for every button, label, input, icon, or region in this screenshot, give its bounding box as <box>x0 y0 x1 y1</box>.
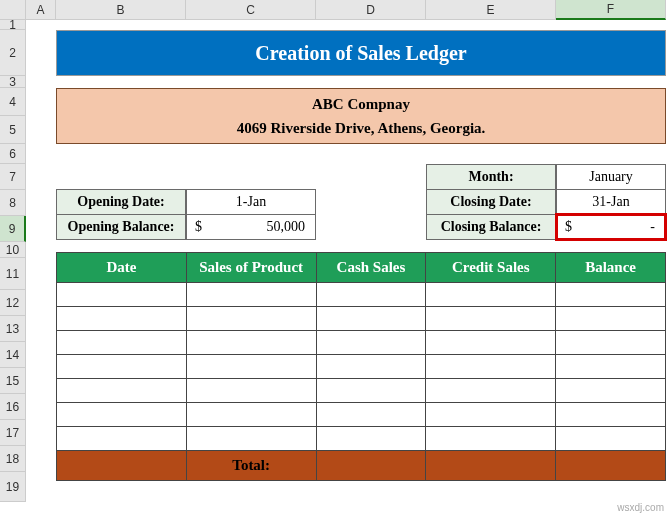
table-row <box>57 355 666 379</box>
closing-balance-value[interactable]: $ - <box>556 214 666 240</box>
table-cell[interactable] <box>426 307 556 331</box>
row-headers: 1 2 3 4 5 6 7 8 9 10 11 12 13 14 15 16 1… <box>0 20 26 502</box>
ledger-table: Date Sales of Product Cash Sales Credit … <box>56 252 666 481</box>
table-cell[interactable] <box>556 283 666 307</box>
month-value[interactable]: January <box>556 164 666 190</box>
row-header-3[interactable]: 3 <box>0 76 26 88</box>
closing-date-label: Closing Date: <box>426 189 556 215</box>
table-row <box>57 403 666 427</box>
row-header-4[interactable]: 4 <box>0 88 26 116</box>
row-header-6[interactable]: 6 <box>0 144 26 164</box>
col-header-A[interactable]: A <box>26 0 56 20</box>
row-header-13[interactable]: 13 <box>0 316 26 342</box>
opening-balance-value[interactable]: $ 50,000 <box>186 214 316 240</box>
ledger-header-row: Date Sales of Product Cash Sales Credit … <box>57 253 666 283</box>
table-cell[interactable] <box>186 331 316 355</box>
ledger-header-cash-sales[interactable]: Cash Sales <box>316 253 426 283</box>
table-cell[interactable] <box>426 427 556 451</box>
ledger-total-row: Total: <box>57 451 666 481</box>
row-header-7[interactable]: 7 <box>0 164 26 190</box>
total-credit-cell[interactable] <box>426 451 556 481</box>
total-label-cell[interactable]: Total: <box>186 451 316 481</box>
table-cell[interactable] <box>186 403 316 427</box>
table-cell[interactable] <box>556 403 666 427</box>
table-cell[interactable] <box>556 427 666 451</box>
row-header-17[interactable]: 17 <box>0 420 26 446</box>
row-header-9[interactable]: 9 <box>0 216 26 242</box>
table-cell[interactable] <box>426 331 556 355</box>
company-name: ABC Compnay <box>312 92 410 116</box>
table-cell[interactable] <box>426 379 556 403</box>
opening-balance-amount: 50,000 <box>267 219 306 235</box>
watermark: wsxdj.com <box>617 502 664 513</box>
month-label: Month: <box>426 164 556 190</box>
spreadsheet-grid: A B C D E F <box>0 0 670 20</box>
table-cell[interactable] <box>316 403 426 427</box>
table-row <box>57 331 666 355</box>
col-header-E[interactable]: E <box>426 0 556 20</box>
row-header-11[interactable]: 11 <box>0 258 26 290</box>
table-cell[interactable] <box>316 283 426 307</box>
table-cell[interactable] <box>316 307 426 331</box>
company-box: ABC Compnay 4069 Riverside Drive, Athens… <box>56 88 666 144</box>
col-header-F[interactable]: F <box>556 0 666 20</box>
opening-balance-label: Opening Balance: <box>56 214 186 240</box>
table-row <box>57 307 666 331</box>
table-cell[interactable] <box>57 307 187 331</box>
closing-balance-label: Closing Balance: <box>426 214 556 240</box>
row-header-5[interactable]: 5 <box>0 116 26 144</box>
table-cell[interactable] <box>316 331 426 355</box>
currency-symbol: $ <box>565 219 572 235</box>
table-cell[interactable] <box>186 355 316 379</box>
row-header-18[interactable]: 18 <box>0 446 26 472</box>
table-cell[interactable] <box>556 379 666 403</box>
table-cell[interactable] <box>186 307 316 331</box>
table-cell[interactable] <box>186 427 316 451</box>
table-row <box>57 427 666 451</box>
table-cell[interactable] <box>426 283 556 307</box>
ledger-header-sales-product[interactable]: Sales of Product <box>186 253 316 283</box>
opening-date-value[interactable]: 1-Jan <box>186 189 316 215</box>
ledger-header-balance[interactable]: Balance <box>556 253 666 283</box>
total-cell-blank[interactable] <box>57 451 187 481</box>
closing-date-value[interactable]: 31-Jan <box>556 189 666 215</box>
table-cell[interactable] <box>186 283 316 307</box>
table-cell[interactable] <box>57 379 187 403</box>
col-header-B[interactable]: B <box>56 0 186 20</box>
ledger-header-credit-sales[interactable]: Credit Sales <box>426 253 556 283</box>
table-cell[interactable] <box>57 331 187 355</box>
table-cell[interactable] <box>556 355 666 379</box>
table-cell[interactable] <box>57 283 187 307</box>
table-cell[interactable] <box>426 403 556 427</box>
table-cell[interactable] <box>556 331 666 355</box>
row-header-1[interactable]: 1 <box>0 20 26 30</box>
page-title: Creation of Sales Ledger <box>56 30 666 76</box>
table-cell[interactable] <box>57 427 187 451</box>
row-header-2[interactable]: 2 <box>0 30 26 76</box>
company-address: 4069 Riverside Drive, Athens, Georgia. <box>237 116 486 140</box>
row-header-12[interactable]: 12 <box>0 290 26 316</box>
total-balance-cell[interactable] <box>556 451 666 481</box>
col-header-C[interactable]: C <box>186 0 316 20</box>
row-header-10[interactable]: 10 <box>0 242 26 258</box>
row-header-19[interactable]: 19 <box>0 472 26 502</box>
table-cell[interactable] <box>426 355 556 379</box>
table-cell[interactable] <box>316 355 426 379</box>
row-header-16[interactable]: 16 <box>0 394 26 420</box>
row-header-14[interactable]: 14 <box>0 342 26 368</box>
table-cell[interactable] <box>186 379 316 403</box>
closing-balance-amount: - <box>650 219 655 235</box>
table-cell[interactable] <box>556 307 666 331</box>
table-cell[interactable] <box>316 379 426 403</box>
table-row <box>57 283 666 307</box>
table-cell[interactable] <box>57 403 187 427</box>
total-cash-cell[interactable] <box>316 451 426 481</box>
table-cell[interactable] <box>57 355 187 379</box>
ledger-header-date[interactable]: Date <box>57 253 187 283</box>
row-header-8[interactable]: 8 <box>0 190 26 216</box>
table-cell[interactable] <box>316 427 426 451</box>
table-row <box>57 379 666 403</box>
currency-symbol: $ <box>195 219 202 235</box>
col-header-D[interactable]: D <box>316 0 426 20</box>
row-header-15[interactable]: 15 <box>0 368 26 394</box>
